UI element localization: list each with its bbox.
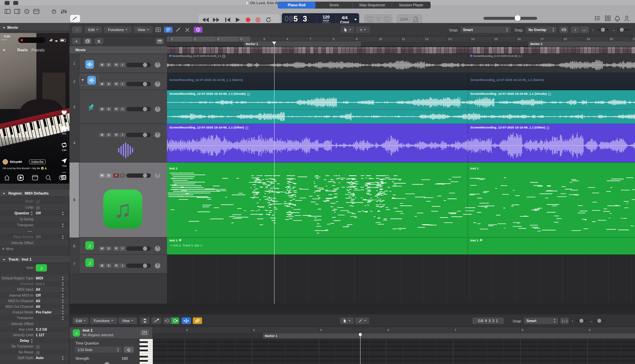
label-stepper-icon[interactable] [30, 339, 33, 343]
track-inspector-header[interactable]: Track: Inst 1 [0, 255, 69, 263]
inspector-checkbox[interactable] [36, 350, 40, 355]
editor-horizontal-zoom-slider[interactable] [594, 320, 605, 321]
like-icon[interactable] [61, 110, 67, 116]
editor-line-tool[interactable] [355, 317, 369, 324]
pan-knob[interactable] [155, 81, 160, 87]
volume-knob[interactable] [143, 133, 147, 137]
record-enable-button[interactable]: R [113, 63, 119, 67]
volume-knob[interactable] [143, 63, 147, 67]
piano-keys[interactable] [140, 339, 153, 364]
play-button[interactable] [235, 18, 241, 22]
quantize-apply-button[interactable]: Q [124, 346, 134, 353]
share-icon[interactable] [61, 158, 67, 164]
editor-view-menu[interactable]: View [118, 317, 137, 324]
pan-knob[interactable] [155, 263, 160, 269]
record-enable-button[interactable]: R [113, 107, 119, 111]
arrange-edit-menu[interactable]: Edit [85, 26, 102, 33]
disclosure-chevron-icon[interactable] [81, 79, 84, 81]
value-stepper-icon[interactable] [62, 276, 64, 280]
tab-session-player[interactable]: Session Player [392, 2, 431, 9]
movie-section-header[interactable]: Movie [0, 23, 69, 31]
arrange-functions-menu[interactable]: Functions [104, 26, 132, 33]
value-stepper-icon[interactable] [62, 282, 64, 286]
app-badge-icon[interactable] [5, 1, 10, 5]
solo-button[interactable]: S [106, 246, 111, 251]
tuner-icon[interactable] [376, 16, 381, 23]
control-bar-right-icons[interactable] [595, 16, 631, 21]
mute-button[interactable]: M [99, 107, 105, 111]
link-button[interactable] [193, 317, 202, 324]
cycle-button[interactable] [265, 18, 272, 22]
playhead[interactable] [274, 42, 275, 304]
volume-slider[interactable] [126, 107, 151, 111]
region-inspector-header[interactable]: Region: MIDI Defaults [0, 189, 69, 197]
inspector-checkbox[interactable] [36, 200, 40, 204]
drag-dropdown[interactable]: No Overlap [526, 26, 556, 33]
solo-mode-icon[interactable]: S [384, 17, 390, 22]
pencil-tool-button[interactable] [175, 27, 182, 32]
pan-knob[interactable] [155, 62, 160, 68]
autopunch-icon[interactable]: x [367, 17, 373, 22]
input-monitor-button[interactable]: I [120, 107, 125, 111]
region-more-toggle[interactable]: More [3, 247, 14, 251]
reels-tab[interactable]: Reels [17, 48, 28, 53]
rewind-button[interactable] [202, 18, 209, 22]
smart-controls-mixer-icons[interactable] [51, 9, 68, 14]
record-enable-button[interactable]: R [113, 173, 119, 178]
count-in-button[interactable]: 1234 [400, 17, 408, 21]
music-note-icon[interactable]: ♫ [85, 258, 94, 267]
marker-1[interactable]: Marker 1 [244, 42, 361, 47]
editor-marker-1[interactable]: Marker 1 [263, 333, 635, 339]
volume-slider[interactable] [126, 264, 151, 268]
mute-button[interactable]: M [99, 82, 105, 86]
value-stepper-icon[interactable] [62, 299, 64, 303]
go-to-beginning-button[interactable] [224, 18, 231, 22]
bottom-nav-icons[interactable] [3, 174, 66, 181]
catch-playhead-button[interactable] [182, 317, 191, 324]
pan-knob[interactable] [155, 246, 160, 251]
movie-preview[interactable]: 3:10 Notion + Reels Friends 4,729 321 23… [0, 33, 69, 184]
input-monitor-button[interactable]: I [120, 246, 125, 251]
scissors-button[interactable] [184, 27, 191, 32]
record-enable-button[interactable]: R [113, 264, 119, 268]
editor-auto-zoom-button[interactable]: |↔| [560, 317, 569, 324]
input-monitor-button[interactable]: I [120, 63, 125, 67]
vertical-zoom-slider[interactable] [597, 29, 609, 30]
solo-button[interactable]: S [106, 63, 111, 67]
tab-piano-roll[interactable]: Piano Roll [278, 2, 316, 9]
arrange-pointer-tool[interactable] [341, 26, 355, 33]
value-stepper-icon[interactable] [62, 235, 64, 239]
camera-plus-icon[interactable]: + [3, 47, 6, 53]
pan-knob[interactable] [155, 106, 160, 112]
avatar[interactable] [3, 159, 8, 164]
lcd-mode-chevron-icon[interactable] [354, 19, 357, 20]
arrange-view-menu[interactable]: View [134, 26, 153, 33]
inspector-checkbox[interactable] [36, 345, 40, 349]
volume-knob[interactable] [143, 246, 147, 251]
playhead-pin-icon[interactable] [272, 42, 276, 45]
mute-button[interactable]: M [99, 173, 105, 178]
waveform-zoom-button[interactable] [560, 26, 568, 33]
solo-button[interactable]: S [106, 264, 111, 268]
track-icon-value[interactable]: ♫ [36, 264, 47, 272]
subscribe-button[interactable]: Subscribe [29, 160, 46, 164]
pan-knob[interactable] [155, 173, 160, 178]
solo-button[interactable]: S [106, 133, 111, 137]
movie-filmstrip[interactable] [167, 47, 635, 54]
pan-knob[interactable] [155, 132, 160, 138]
editors-button[interactable] [70, 15, 80, 22]
editor-functions-menu[interactable]: Functions [90, 317, 117, 324]
editor-track-header[interactable]: ♫ Inst 1 No Regions selected [69, 327, 153, 339]
solo-button[interactable]: S [106, 173, 111, 178]
volume-slider[interactable] [126, 246, 151, 251]
add-track-button[interactable]: + [72, 38, 81, 44]
master-volume-slider[interactable] [484, 17, 537, 20]
grid-button[interactable] [155, 27, 162, 32]
local-inspector-button[interactable] [140, 330, 149, 336]
marker-2[interactable]: Marker 2 [528, 42, 635, 47]
music-note-icon-large[interactable]: ♫ [103, 190, 142, 229]
midi-draw-button[interactable] [151, 317, 161, 324]
mute-button[interactable]: M [99, 63, 105, 67]
mute-button[interactable]: M [99, 246, 105, 251]
piano-roll-grid[interactable] [153, 339, 635, 364]
